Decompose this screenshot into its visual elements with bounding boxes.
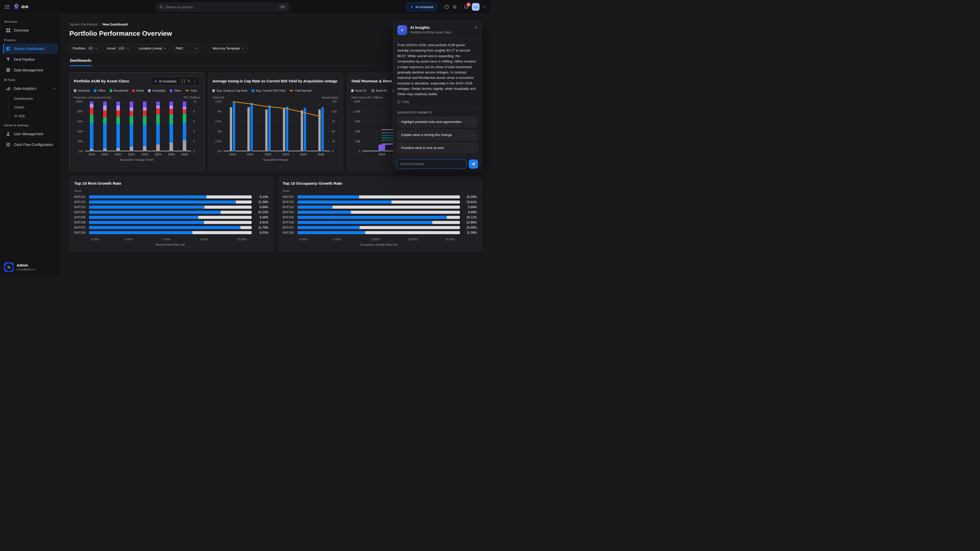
more-options-icon[interactable]: ⋮ xyxy=(193,79,197,83)
card-occupancy-growth: Top 10 Occupancy Growth Rate Asset BXP15… xyxy=(278,176,482,252)
user-avatar[interactable]: LS xyxy=(472,3,479,11)
y-axis-left-title: Total Value (JPY, Billion) xyxy=(351,96,383,99)
app-root: dnk ⌘K ✦ AI Assistant ? ⚙ 2 xyxy=(0,0,490,275)
expand-icon[interactable] xyxy=(182,79,185,83)
dnk-logo-icon xyxy=(14,4,19,10)
bar-value: 8.48% xyxy=(251,216,269,219)
filter-asset[interactable]: Asset+12 xyxy=(103,44,132,52)
sidebar-item-label: User Management xyxy=(14,132,43,136)
sidebar-section-label: Projects xyxy=(0,36,61,43)
legend-item[interactable]: Office xyxy=(94,89,106,92)
legend-item[interactable]: Industrial xyxy=(74,89,90,92)
legend-item[interactable]: Other xyxy=(170,89,181,92)
chart-icon xyxy=(6,86,11,91)
arrow-right-icon: → xyxy=(470,133,474,137)
x-axis-title: Acquisition Vintage (Year) xyxy=(74,158,200,161)
legend-item[interactable]: Avg. Current NOI Yield xyxy=(251,89,285,92)
legend-item[interactable]: Retail xyxy=(132,89,144,92)
legend-item[interactable]: Total xyxy=(185,89,197,92)
notifications-bell-icon[interactable]: 2 xyxy=(464,4,469,10)
suggested-prompt[interactable]: Highlight potential risks and opportunit… xyxy=(397,117,477,127)
y-axis-right-title: Spread (bps) xyxy=(321,96,339,99)
chart-ai-assistant-button[interactable]: ✦ AI Assistant xyxy=(154,79,177,83)
legend-item[interactable]: Residential xyxy=(110,89,128,92)
bar-track xyxy=(298,211,460,214)
hbar-row-BXP154: BXP15410.22% xyxy=(74,210,269,215)
x-axis-categories: 202120222023202420252026 xyxy=(224,153,330,156)
svg-text:?: ? xyxy=(446,5,447,8)
help-icon[interactable]: ? xyxy=(444,4,449,10)
legend-swatch xyxy=(185,90,189,91)
y-axis-ticks-right: 1086420 xyxy=(193,102,200,151)
sidebar-item-label: Data Management xyxy=(14,68,43,72)
brand-name: dnk xyxy=(21,5,28,9)
sparkle-icon: ✦ xyxy=(410,5,414,9)
sidebar-section-label: Overview xyxy=(0,17,61,25)
grid-icon xyxy=(6,28,11,33)
sidebar-item-data-analytics[interactable]: Data Analytics xyxy=(3,83,58,94)
ask-ai-input[interactable] xyxy=(397,159,466,169)
legend-item[interactable]: Avg. Going-in Cap Rate xyxy=(212,89,247,92)
bar-fill xyxy=(89,195,207,198)
filter-pmc[interactable]: PMC xyxy=(172,44,200,52)
sidebar-subitem-dashboards[interactable]: Dashboards xyxy=(13,94,58,103)
bar-fill xyxy=(298,206,332,209)
suggested-prompts-label: SUGGESTED PROMPTS xyxy=(397,111,477,114)
grouped-bar-plot xyxy=(224,102,330,151)
user-name: Admin xyxy=(17,263,35,267)
edit-icon[interactable]: ✎ xyxy=(188,79,191,83)
suggested-prompt[interactable]: Prioritize what to look at next→ xyxy=(397,143,477,153)
menu-toggle-button[interactable] xyxy=(5,5,10,9)
legend-swatch xyxy=(212,89,215,92)
sidebar-item-user-management[interactable]: User Management xyxy=(3,129,58,139)
send-icon[interactable] xyxy=(469,159,478,168)
hbar-rows: BXP15110.35%BXP15215.81%BXP1535.88%BXP15… xyxy=(283,194,477,235)
asset-label: BXP156 xyxy=(283,221,298,224)
asset-label: BXP154 xyxy=(283,210,298,214)
hbar-row-BXP152: BXP15215.81% xyxy=(283,200,477,205)
sidebar-item-system-dashboard[interactable]: System Dashboard xyxy=(3,44,58,54)
chevron-up-icon xyxy=(53,87,56,90)
filter-template[interactable]: Mercury Template xyxy=(209,44,247,52)
tab-dashboards[interactable]: Dashboards xyxy=(69,59,92,66)
global-search[interactable]: ⌘K xyxy=(156,3,289,11)
sidebar-item-label: Deal Pipeline xyxy=(14,57,35,62)
suggested-prompt[interactable]: Explain what is driving this change→ xyxy=(397,130,477,140)
legend-item[interactable]: Yield Spread xyxy=(290,89,311,92)
legend-item[interactable]: Asset 01 xyxy=(351,89,367,92)
legend-swatch xyxy=(132,89,135,92)
filter-portfolio[interactable]: Portfolio+2 xyxy=(69,44,100,52)
card-cap-rate-vs-noi: Average Going-in Cap Rate vs Current NOI… xyxy=(208,73,343,171)
sidebar-item-data-management[interactable]: Data Management xyxy=(3,65,58,75)
search-input[interactable] xyxy=(165,5,277,9)
y-axis-ticks-left: 150B120B90B60B30B0 xyxy=(351,102,360,151)
sidebar-subitem-ai-sql[interactable]: AI SQL xyxy=(13,111,58,120)
brand-logo[interactable]: dnk xyxy=(14,4,28,10)
copy-button[interactable]: Copy xyxy=(397,100,477,103)
chevron-down-icon[interactable] xyxy=(482,5,485,8)
sidebar-user[interactable]: N Admin Louis@dnk.co xyxy=(0,259,61,275)
card-portfolio-aum: Portfolio AUM by Asset Class ✦ AI Assist… xyxy=(69,73,204,171)
close-icon[interactable]: × xyxy=(475,25,477,30)
legend-item[interactable]: Hospitality xyxy=(148,89,165,92)
bar-track xyxy=(89,206,251,209)
search-icon xyxy=(159,5,163,9)
column-header: Asset xyxy=(74,189,269,192)
bar-track xyxy=(298,226,460,229)
filter-location-area-[interactable]: Location (Area) xyxy=(135,44,169,52)
hbar-row-BXP151: BXP15110.35% xyxy=(283,194,477,200)
revenue-bar xyxy=(379,144,385,151)
sidebar-subitem-charts[interactable]: Charts xyxy=(13,103,58,111)
x-axis-title: Acquisition Vintage xyxy=(212,158,339,161)
sidebar-item-cash-flow-configuration[interactable]: Cash Flow Configuration xyxy=(3,140,58,150)
breadcrumb-parent[interactable]: System Dashboard xyxy=(69,22,98,26)
ai-assistant-button[interactable]: ✦ AI Assistant xyxy=(407,3,437,11)
sidebar-item-deal-pipeline[interactable]: Deal Pipeline xyxy=(3,54,58,65)
bar-value: 22.66% xyxy=(460,221,477,224)
bar-track xyxy=(298,221,460,224)
gear-icon[interactable]: ⚙ xyxy=(452,4,457,10)
asset-label: BXP153 xyxy=(74,205,89,209)
legend-item[interactable]: Asset 02 xyxy=(372,89,387,92)
user-avatar-bottom: N xyxy=(4,262,14,272)
sidebar-item-overview[interactable]: Overview xyxy=(3,25,58,35)
